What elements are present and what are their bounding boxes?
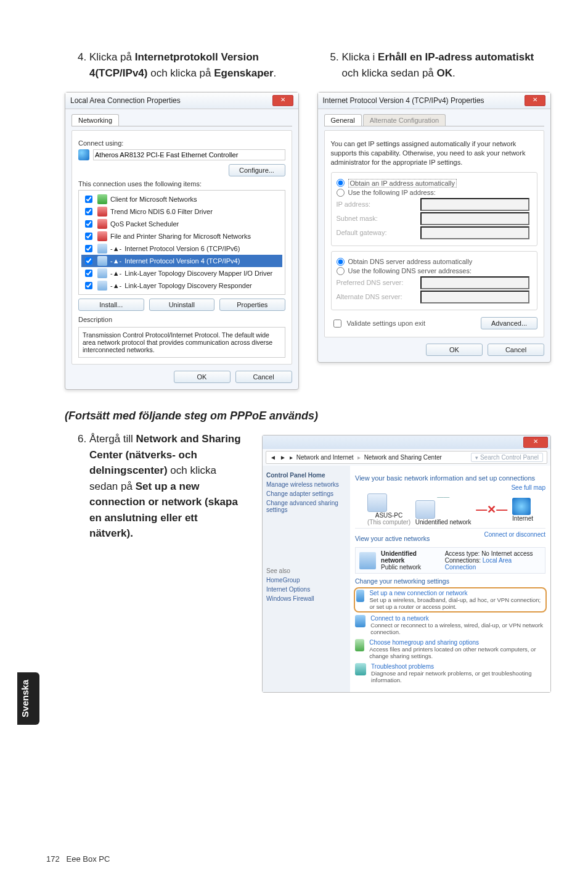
install-button[interactable]: Install... — [78, 299, 144, 311]
lbl-obtain-ip: Obtain an IP address automatically — [348, 179, 457, 188]
chk-item-6[interactable] — [85, 270, 92, 277]
side-change-sharing[interactable]: Change advanced sharing settings — [266, 500, 346, 513]
globe-icon — [512, 498, 531, 515]
side-windows-firewall[interactable]: Windows Firewall — [266, 595, 346, 602]
search-input[interactable]: ▾ Search Control Panel — [471, 453, 543, 462]
lbl-gateway: Default gateway: — [337, 229, 417, 236]
item-1: Trend Micro NDIS 6.0 Filter Driver — [110, 208, 213, 215]
side-manage-wireless[interactable]: Manage wireless networks — [266, 481, 346, 488]
chk-item-2[interactable] — [85, 220, 92, 228]
tab-networking[interactable]: Networking — [71, 114, 119, 126]
back-icon[interactable]: ◄ — [270, 454, 276, 461]
lbl-alt-dns: Alternate DNS server: — [337, 293, 417, 300]
chk-item-7[interactable] — [85, 282, 92, 289]
side-internet-options[interactable]: Internet Options — [266, 586, 346, 593]
nsc-breadcrumb-1[interactable]: Network and Internet — [296, 454, 354, 461]
task-troubleshoot[interactable]: Troubleshoot problemsDiagnose and repair… — [355, 663, 545, 683]
item-2: QoS Packet Scheduler — [110, 220, 179, 228]
task-setup-connection[interactable]: Set up a new connection or networkSet up… — [355, 588, 545, 611]
forward-icon[interactable]: ► — [280, 454, 286, 461]
setup-icon — [356, 590, 364, 602]
ipv4-body: You can get IP settings assigned automat… — [324, 130, 545, 337]
radio-use-dns[interactable] — [337, 267, 345, 275]
side-see-also: See also — [266, 567, 346, 574]
side-homegroup[interactable]: HomeGroup — [266, 577, 346, 584]
language-tab: Svenska — [17, 672, 39, 725]
properties-button[interactable]: Properties — [219, 299, 285, 311]
close-icon[interactable]: ✕ — [525, 95, 545, 106]
t1-desc: Set up a wireless, broadband, dial-up, a… — [369, 596, 544, 610]
ipv6-icon — [97, 244, 107, 254]
chk-item-0[interactable] — [85, 196, 92, 203]
breadcrumb[interactable]: ◄ ► ▸ Network and Internet ▸ Network and… — [266, 451, 547, 464]
acc-val: No Internet access — [481, 550, 533, 557]
conn-lbl: Connections: — [445, 557, 481, 564]
page-number: 172 — [46, 854, 60, 864]
ipv4-intro: You can get IP settings assigned automat… — [331, 139, 538, 167]
lbl-use-dns: Use the following DNS server addresses: — [348, 267, 472, 274]
step5-post: . — [452, 67, 455, 79]
map-pc-label: ASUS-PC — [367, 512, 410, 519]
lac-ok-button[interactable]: OK — [174, 371, 231, 383]
step6-pre: Återgå till — [89, 433, 136, 445]
bench-icon — [359, 552, 376, 569]
item-3: File and Printer Sharing for Microsoft N… — [110, 233, 251, 240]
lac-body: Connect using: Configure... This connect… — [71, 130, 292, 365]
field-alt-dns — [420, 291, 529, 303]
lbl-ip-address: IP address: — [337, 200, 417, 208]
chk-item-5[interactable] — [85, 257, 92, 265]
close-icon[interactable]: ✕ — [272, 95, 293, 106]
item-0: Client for Microsoft Networks — [110, 196, 197, 203]
qos-icon — [97, 219, 107, 229]
nsc-window: ✕ ◄ ► ▸ Network and Internet ▸ Network a… — [262, 435, 551, 693]
task-homegroup[interactable]: Choose homegroup and sharing optionsAcce… — [355, 639, 545, 659]
net-name: Unidentified network — [381, 550, 417, 564]
ipv4-title: Internet Protocol Version 4 (TCP/IPv4) P… — [323, 96, 525, 105]
lac-dialog: Local Area Connection Properties ✕ Netwo… — [65, 92, 299, 390]
connection-items-list[interactable]: Client for Microsoft Networks Trend Micr… — [78, 190, 285, 295]
close-icon[interactable]: ✕ — [523, 437, 548, 448]
footer-title: Eee Box PC — [67, 854, 110, 864]
ipv4-ok-button[interactable]: OK — [426, 344, 483, 356]
connect-icon — [355, 615, 365, 627]
step4-bold2: Egenskaper — [214, 67, 273, 79]
radio-obtain-dns[interactable] — [337, 258, 345, 266]
field-ip-address — [420, 198, 529, 211]
lac-cancel-button[interactable]: Cancel — [235, 371, 292, 383]
lac-tabs: Networking — [71, 114, 292, 126]
advanced-button[interactable]: Advanced... — [481, 317, 537, 329]
configure-button[interactable]: Configure... — [229, 164, 285, 176]
adapter-icon — [78, 149, 89, 160]
lbl-pref-dns: Preferred DNS server: — [337, 279, 417, 286]
map-net-label: Unidentified network — [415, 519, 472, 526]
radio-obtain-ip[interactable] — [337, 179, 345, 187]
radio-use-ip[interactable] — [337, 189, 345, 197]
step5-bold2: OK — [437, 67, 453, 79]
t4-desc: Diagnose and repair network problems, or… — [371, 670, 545, 683]
nsc-breadcrumb-2[interactable]: Network and Sharing Center — [364, 454, 442, 461]
chk-item-4[interactable] — [85, 245, 92, 252]
link-connect-disconnect[interactable]: Connect or disconnect — [484, 531, 545, 545]
ipv4-tabs: General Alternate Configuration — [324, 114, 545, 126]
item-5: Internet Protocol Version 4 (TCP/IPv4) — [125, 257, 240, 265]
task-connect-network[interactable]: Connect to a networkConnect or reconnect… — [355, 615, 545, 635]
field-subnet — [420, 212, 529, 225]
lbl-validate: Validate settings upon exit — [347, 320, 426, 327]
tab-general[interactable]: General — [324, 114, 362, 126]
lbl-subnet: Subnet mask: — [337, 215, 417, 222]
chk-item-1[interactable] — [85, 208, 92, 215]
adapter-field[interactable] — [93, 149, 285, 160]
ipv4-cancel-button[interactable]: Cancel — [488, 344, 544, 356]
side-change-adapter[interactable]: Change adapter settings — [266, 490, 346, 497]
tab-alt-config[interactable]: Alternate Configuration — [363, 114, 446, 126]
acc-lbl: Access type: — [445, 550, 480, 557]
item-7: Link-Layer Topology Discovery Responder — [125, 282, 251, 289]
item-4: Internet Protocol Version 6 (TCP/IPv6) — [125, 245, 240, 252]
chk-validate[interactable] — [333, 320, 341, 328]
lbl-use-ip: Use the following IP address: — [348, 189, 436, 196]
link-full-map[interactable]: See full map — [355, 484, 545, 491]
desc-title: Description — [78, 316, 285, 323]
chk-item-3[interactable] — [85, 233, 92, 240]
uninstall-button[interactable]: Uninstall — [149, 299, 215, 311]
chg-hdr: Change your networking settings — [355, 577, 545, 585]
